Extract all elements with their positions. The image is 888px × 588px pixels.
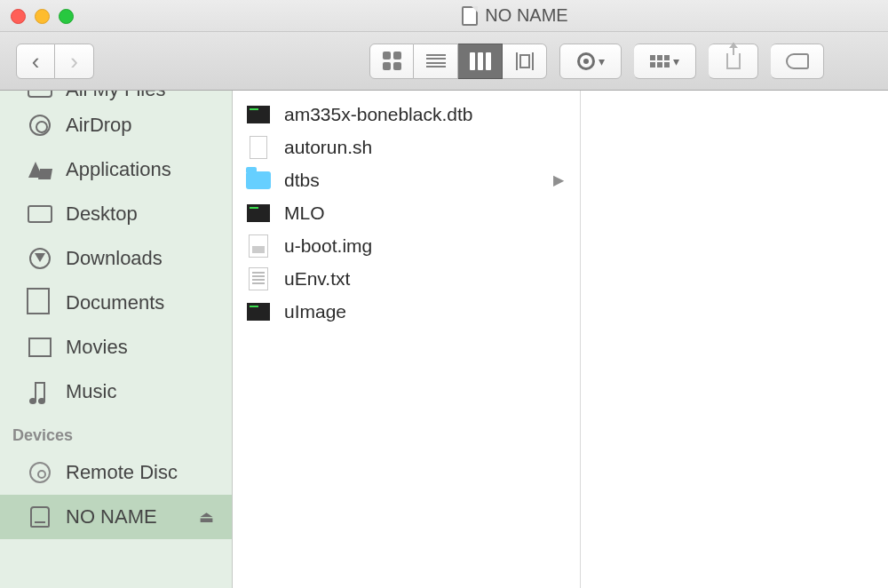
window-titlebar: NO NAME — [0, 0, 888, 32]
sidebar-item-airdrop[interactable]: AirDrop — [0, 103, 232, 147]
window-controls — [11, 9, 74, 24]
action-menu-button[interactable]: ▾ — [559, 44, 622, 79]
file-row[interactable]: autorun.sh — [233, 131, 580, 163]
file-row[interactable]: MLO — [233, 196, 580, 229]
sd-card-icon — [462, 6, 478, 26]
sidebar-section-devices: Devices — [0, 414, 232, 450]
sidebar-item-music[interactable]: Music — [0, 369, 232, 414]
gear-icon — [577, 52, 595, 70]
file-row[interactable]: dtbs ▶ — [233, 163, 580, 196]
view-columns-button[interactable] — [458, 44, 503, 79]
file-name: autorun.sh — [284, 137, 372, 158]
view-mode-segmented — [369, 44, 547, 79]
share-button[interactable] — [709, 44, 758, 79]
file-name: u-boot.img — [284, 235, 372, 257]
sidebar-item-label: Desktop — [66, 203, 138, 226]
shell-file-icon — [245, 136, 272, 159]
chevron-down-icon: ▾ — [673, 54, 679, 68]
content-area: All My Files AirDrop Applications Deskto… — [0, 91, 888, 588]
file-row[interactable]: u-boot.img — [233, 229, 580, 262]
exec-file-icon — [245, 103, 272, 126]
movies-icon — [27, 336, 53, 359]
sidebar-item-no-name[interactable]: NO NAME ⏏ — [0, 495, 232, 539]
forward-button[interactable]: › — [55, 44, 94, 79]
coverflow-icon — [516, 52, 534, 70]
music-icon — [27, 380, 53, 403]
sidebar-item-applications[interactable]: Applications — [0, 147, 232, 192]
sidebar: All My Files AirDrop Applications Deskto… — [0, 91, 233, 588]
chevron-right-icon: ▶ — [553, 171, 564, 188]
sidebar-item-all-my-files[interactable]: All My Files — [0, 91, 232, 103]
view-coverflow-button[interactable] — [503, 44, 547, 79]
documents-icon — [27, 291, 53, 314]
sidebar-item-documents[interactable]: Documents — [0, 281, 232, 325]
disc-icon — [27, 461, 53, 484]
grid-icon — [383, 52, 401, 70]
view-icons-button[interactable] — [369, 44, 414, 79]
sidebar-item-label: Documents — [66, 291, 164, 314]
preview-column — [581, 91, 888, 588]
chevron-left-icon: ‹ — [32, 50, 40, 73]
view-list-button[interactable] — [414, 44, 458, 79]
all-my-files-icon — [27, 91, 53, 101]
desktop-icon — [27, 203, 53, 226]
sidebar-item-label: Music — [66, 380, 116, 403]
file-name: MLO — [284, 203, 325, 224]
exec-file-icon — [245, 202, 272, 225]
sidebar-item-label: Downloads — [66, 247, 163, 270]
downloads-icon — [27, 247, 53, 270]
drive-icon — [27, 505, 53, 528]
file-column: am335x-boneblack.dtb autorun.sh dtbs ▶ M… — [233, 91, 581, 588]
sidebar-item-label: Remote Disc — [66, 461, 178, 484]
chevron-right-icon: › — [70, 50, 78, 73]
sidebar-item-label: All My Files — [66, 91, 165, 101]
sidebar-item-label: AirDrop — [66, 114, 132, 137]
sidebar-item-label: Movies — [66, 336, 128, 359]
image-file-icon — [245, 234, 272, 258]
sidebar-item-desktop[interactable]: Desktop — [0, 192, 232, 236]
close-window-button[interactable] — [11, 9, 26, 24]
sidebar-item-movies[interactable]: Movies — [0, 325, 232, 369]
file-name: dtbs — [284, 170, 320, 191]
sidebar-item-label: Applications — [66, 158, 171, 181]
sidebar-item-downloads[interactable]: Downloads — [0, 236, 232, 281]
airdrop-icon — [27, 114, 53, 137]
columns-icon — [470, 52, 491, 70]
file-row[interactable]: uEnv.txt — [233, 262, 580, 295]
folder-icon — [245, 169, 272, 192]
back-button[interactable]: ‹ — [16, 44, 55, 79]
arrange-menu-button[interactable]: ▾ — [634, 44, 696, 79]
list-icon — [426, 54, 446, 68]
file-name: uEnv.txt — [284, 268, 350, 290]
file-row[interactable]: uImage — [233, 295, 580, 328]
eject-icon[interactable]: ⏏ — [199, 507, 214, 527]
applications-icon — [27, 158, 53, 181]
chevron-down-icon: ▾ — [599, 54, 605, 68]
nav-buttons: ‹ › — [16, 44, 94, 79]
window-title-text: NO NAME — [485, 5, 567, 26]
file-name: am335x-boneblack.dtb — [284, 104, 472, 125]
sidebar-item-remote-disc[interactable]: Remote Disc — [0, 450, 232, 495]
minimize-window-button[interactable] — [35, 9, 50, 24]
file-name: uImage — [284, 301, 346, 322]
exec-file-icon — [245, 300, 272, 323]
tags-button[interactable] — [771, 44, 824, 79]
window-title: NO NAME — [71, 0, 888, 31]
tag-icon — [786, 53, 809, 69]
share-icon — [726, 53, 741, 69]
toolbar: ‹ › ▾ ▾ — [0, 32, 888, 91]
arrange-icon — [650, 55, 670, 68]
sidebar-item-label: NO NAME — [66, 505, 157, 528]
file-row[interactable]: am335x-boneblack.dtb — [233, 98, 580, 131]
text-file-icon — [245, 267, 272, 290]
